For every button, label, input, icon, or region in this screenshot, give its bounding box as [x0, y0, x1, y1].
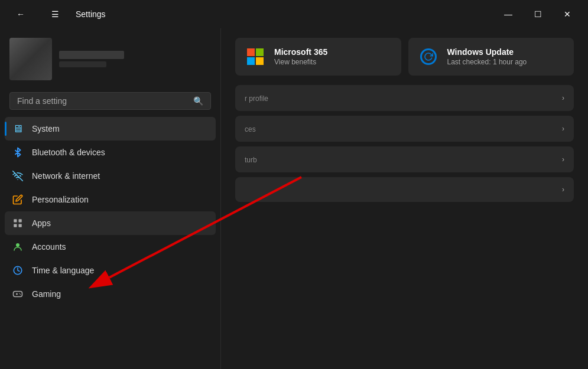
titlebar-left: ← ☰ Settings	[7, 5, 106, 24]
sidebar-item-network[interactable]: Network & internet	[5, 164, 216, 188]
svg-rect-2	[14, 224, 17, 227]
sidebar-label-network: Network & internet	[32, 171, 100, 181]
chevron-right-icon-3: ›	[562, 155, 564, 164]
menu-button[interactable]: ☰	[41, 5, 69, 24]
sidebar-label-time: Time & language	[32, 266, 94, 275]
profile-sub-placeholder	[59, 61, 106, 67]
main-content: Microsoft 365 View benefits Windows Upda…	[221, 28, 588, 369]
wu-icon-wrap	[418, 46, 439, 67]
sidebar-label-system: System	[32, 124, 60, 133]
avatar-image	[9, 38, 52, 80]
sidebar-item-time[interactable]: Time & language	[5, 259, 216, 282]
ms365-cell-blue	[247, 57, 255, 65]
windows-update-card[interactable]: Windows Update Last checked: 1 hour ago	[408, 38, 574, 76]
profile-area	[0, 33, 220, 90]
wu-title: Windows Update	[447, 47, 527, 57]
sidebar: 🔍 🖥 System Bluetooth & devices	[0, 28, 221, 369]
bluetooth-icon	[12, 146, 24, 158]
ms365-grid	[247, 48, 264, 65]
ms365-card[interactable]: Microsoft 365 View benefits	[235, 38, 401, 76]
setting-row-profile-sub: r profile	[245, 94, 268, 103]
setting-row-disturb[interactable]: turb ›	[235, 146, 574, 172]
window-controls: — ☐ ✕	[495, 5, 581, 24]
setting-row-disturb-info: turb	[245, 155, 257, 164]
search-input[interactable]	[17, 96, 189, 106]
minimize-icon: —	[504, 9, 512, 19]
setting-row-disturb-left: turb	[245, 155, 257, 164]
menu-icon: ☰	[51, 9, 59, 19]
search-box[interactable]: 🔍	[9, 92, 211, 110]
sidebar-label-gaming: Gaming	[32, 289, 61, 299]
ms365-text: Microsoft 365 View benefits	[274, 47, 327, 66]
sidebar-item-accounts[interactable]: Accounts	[5, 235, 216, 259]
ms365-title: Microsoft 365	[274, 47, 327, 57]
ms365-icon	[245, 46, 266, 67]
sidebar-item-personalization[interactable]: Personalization	[5, 188, 216, 211]
ms365-cell-green	[256, 48, 264, 56]
time-icon	[12, 264, 24, 276]
accounts-icon	[12, 241, 24, 253]
setting-row-devices-left: ces	[245, 124, 256, 133]
ms365-cell-yellow	[256, 57, 264, 65]
search-icon: 🔍	[193, 96, 203, 106]
setting-row-disturb-sub: turb	[245, 156, 257, 164]
svg-point-4	[16, 243, 20, 247]
app-layout: 🔍 🖥 System Bluetooth & devices	[0, 28, 588, 369]
windows-update-icon	[420, 48, 437, 65]
chevron-right-icon-2: ›	[562, 125, 564, 133]
sidebar-label-personalization: Personalization	[32, 195, 89, 204]
avatar	[9, 38, 52, 80]
setting-row-devices-info: ces	[245, 124, 256, 133]
chevron-right-icon-4: ›	[562, 185, 564, 194]
ms365-subtitle: View benefits	[274, 58, 327, 66]
sidebar-label-bluetooth: Bluetooth & devices	[32, 148, 105, 157]
maximize-button[interactable]: ☐	[524, 5, 551, 24]
svg-rect-1	[19, 219, 22, 222]
close-icon: ✕	[564, 9, 571, 19]
gaming-icon	[12, 288, 24, 300]
personalization-icon	[12, 194, 24, 205]
svg-point-9	[19, 293, 20, 295]
wu-subtitle: Last checked: 1 hour ago	[447, 58, 527, 66]
profile-name-placeholder	[59, 51, 124, 59]
sidebar-label-accounts: Accounts	[32, 242, 66, 252]
sidebar-item-bluetooth[interactable]: Bluetooth & devices	[5, 141, 216, 164]
network-icon	[12, 170, 24, 182]
sidebar-label-apps: Apps	[32, 218, 51, 228]
setting-row-extra[interactable]: ›	[235, 177, 574, 202]
back-icon: ←	[17, 9, 25, 19]
sidebar-item-system[interactable]: 🖥 System	[5, 117, 216, 141]
search-container: 🔍	[0, 90, 220, 117]
svg-point-10	[20, 294, 21, 295]
setting-row-devices-sub: ces	[245, 125, 256, 133]
system-icon: 🖥	[12, 123, 24, 135]
profile-text	[59, 51, 124, 67]
top-cards: Microsoft 365 View benefits Windows Upda…	[235, 38, 574, 76]
back-button[interactable]: ←	[7, 5, 34, 24]
setting-row-profile-left: r profile	[245, 93, 268, 103]
apps-icon	[12, 217, 24, 229]
ms365-cell-red	[247, 48, 255, 56]
chevron-right-icon: ›	[562, 94, 564, 102]
nav-list: 🖥 System Bluetooth & devices Network &	[0, 117, 220, 369]
sidebar-item-gaming[interactable]: Gaming	[5, 282, 216, 306]
setting-row-profile[interactable]: r profile ›	[235, 85, 574, 111]
wu-text: Windows Update Last checked: 1 hour ago	[447, 47, 527, 66]
app-title: Settings	[76, 9, 106, 19]
close-button[interactable]: ✕	[554, 5, 581, 24]
svg-rect-0	[14, 219, 17, 222]
svg-rect-3	[19, 224, 22, 227]
minimize-button[interactable]: —	[495, 5, 522, 24]
setting-row-devices[interactable]: ces ›	[235, 116, 574, 142]
maximize-icon: ☐	[534, 9, 542, 19]
setting-row-profile-info: r profile	[245, 93, 268, 103]
sidebar-item-apps[interactable]: Apps	[5, 211, 216, 235]
titlebar: ← ☰ Settings — ☐ ✕	[0, 0, 588, 28]
